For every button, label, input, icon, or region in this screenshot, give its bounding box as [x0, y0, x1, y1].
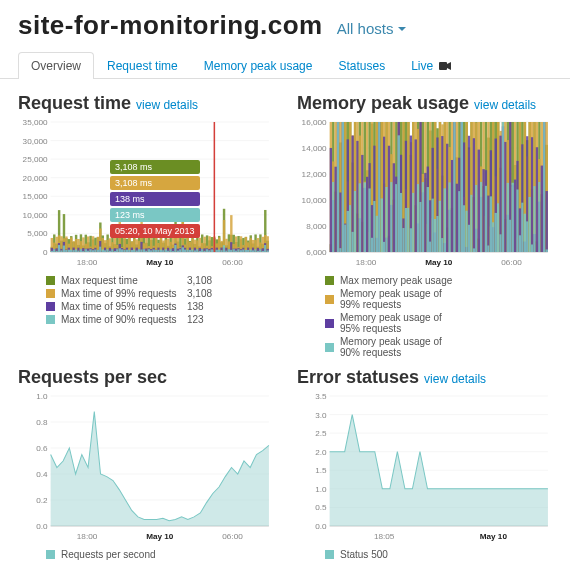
- svg-rect-56: [70, 250, 72, 252]
- svg-rect-316: [228, 249, 230, 252]
- svg-rect-300: [218, 250, 220, 252]
- legend-label: Max memory peak usage: [340, 275, 460, 286]
- svg-rect-665: [490, 196, 492, 252]
- svg-rect-236: [179, 249, 181, 252]
- svg-rect-737: [533, 186, 535, 252]
- panel-title-errors: Error statuses: [297, 367, 419, 387]
- svg-rect-32: [55, 251, 57, 252]
- svg-rect-284: [208, 250, 210, 252]
- legend-swatch: [325, 550, 334, 559]
- svg-rect-320: [230, 250, 232, 252]
- legend-label: Max time of 90% requests: [61, 314, 181, 325]
- svg-rect-717: [521, 203, 523, 252]
- svg-text:0.0: 0.0: [315, 522, 327, 531]
- svg-rect-504: [393, 163, 395, 252]
- svg-text:35,000: 35,000: [23, 118, 48, 127]
- svg-rect-160: [133, 249, 135, 252]
- svg-rect-433: [349, 205, 351, 252]
- svg-text:06:00: 06:00: [222, 258, 243, 267]
- svg-rect-400: [330, 148, 332, 252]
- hosts-dropdown[interactable]: All hosts: [337, 20, 407, 37]
- chart-rps[interactable]: 0.00.20.40.60.81.018:00May 1006:00: [18, 392, 273, 542]
- svg-rect-104: [99, 247, 101, 252]
- view-details-memory-peak[interactable]: view details: [474, 98, 536, 112]
- svg-rect-721: [524, 214, 526, 252]
- svg-rect-24: [51, 251, 53, 252]
- view-details-request-time[interactable]: view details: [136, 98, 198, 112]
- svg-rect-280: [206, 249, 208, 252]
- legend-label: Memory peak usage of 90% requests: [340, 336, 460, 358]
- svg-rect-296: [216, 250, 218, 252]
- svg-rect-537: [412, 193, 414, 252]
- chart-request-time[interactable]: 05,00010,00015,00020,00025,00030,00035,0…: [18, 118, 273, 268]
- svg-rect-673: [495, 213, 497, 252]
- svg-rect-260: [194, 250, 196, 252]
- svg-text:10,000: 10,000: [302, 196, 327, 205]
- svg-text:0: 0: [43, 248, 48, 257]
- legend-errors: Status 500: [297, 548, 552, 561]
- svg-rect-192: [153, 249, 155, 252]
- svg-rect-460: [366, 177, 368, 252]
- svg-rect-701: [512, 183, 514, 252]
- svg-rect-128: [114, 251, 116, 252]
- tab-live[interactable]: Live: [398, 52, 463, 79]
- svg-rect-573: [434, 219, 436, 252]
- svg-rect-80: [85, 249, 87, 252]
- svg-rect-176: [143, 249, 145, 252]
- chart-memory-peak[interactable]: 6,0008,00010,00012,00014,00016,00018:00M…: [297, 118, 552, 268]
- svg-rect-437: [351, 232, 353, 252]
- svg-rect-36: [58, 245, 60, 252]
- svg-rect-661: [487, 245, 489, 252]
- svg-text:18:00: 18:00: [77, 532, 98, 541]
- tab-overview[interactable]: Overview: [18, 52, 94, 79]
- chevron-down-icon: [398, 27, 406, 31]
- view-details-errors[interactable]: view details: [424, 372, 486, 386]
- svg-rect-592: [446, 144, 448, 252]
- svg-rect-340: [242, 250, 244, 252]
- svg-rect-152: [128, 250, 130, 252]
- svg-text:12,000: 12,000: [302, 170, 327, 179]
- svg-rect-452: [361, 155, 363, 252]
- svg-rect-88: [89, 249, 91, 252]
- svg-text:1.0: 1.0: [36, 392, 48, 401]
- svg-rect-124: [111, 249, 113, 252]
- svg-rect-617: [461, 122, 463, 252]
- hover-time: 05:20, 10 May 2013: [110, 224, 200, 238]
- svg-rect-98: [97, 237, 99, 252]
- legend-label: Requests per second: [61, 549, 181, 560]
- svg-rect-172: [140, 250, 142, 252]
- svg-rect-669: [492, 222, 494, 252]
- svg-rect-740: [536, 147, 538, 252]
- svg-rect-681: [499, 234, 501, 252]
- svg-text:1.0: 1.0: [315, 485, 327, 494]
- legend-swatch: [46, 550, 55, 559]
- svg-rect-753: [543, 122, 545, 252]
- svg-rect-272: [201, 249, 203, 252]
- svg-rect-688: [504, 142, 506, 252]
- legend-item: Memory peak usage of 99% requests: [297, 287, 552, 311]
- svg-rect-613: [458, 191, 460, 252]
- tab-memory-peak[interactable]: Memory peak usage: [191, 52, 326, 79]
- svg-rect-421: [342, 122, 344, 252]
- legend-item: Status 500: [297, 548, 552, 561]
- svg-rect-332: [237, 249, 239, 252]
- svg-rect-549: [419, 202, 421, 252]
- tab-request-time[interactable]: Request time: [94, 52, 191, 79]
- svg-text:0.6: 0.6: [36, 444, 48, 453]
- svg-text:14,000: 14,000: [302, 144, 327, 153]
- chart-errors[interactable]: 0.00.51.01.52.02.53.03.518:05May 10: [297, 392, 552, 542]
- svg-text:May 10: May 10: [425, 258, 453, 267]
- svg-rect-52: [68, 250, 70, 252]
- svg-rect-660: [487, 196, 489, 252]
- svg-rect-556: [424, 173, 426, 252]
- svg-rect-76: [82, 251, 84, 252]
- page-title: site-for-monitoring.com: [18, 10, 323, 41]
- svg-rect-180: [145, 251, 147, 252]
- svg-rect-344: [245, 250, 247, 252]
- svg-rect-501: [390, 182, 392, 252]
- svg-text:0.5: 0.5: [315, 503, 327, 512]
- legend-swatch: [46, 302, 55, 311]
- svg-rect-533: [410, 228, 412, 252]
- tab-statuses[interactable]: Statuses: [325, 52, 398, 79]
- svg-rect-713: [519, 235, 521, 252]
